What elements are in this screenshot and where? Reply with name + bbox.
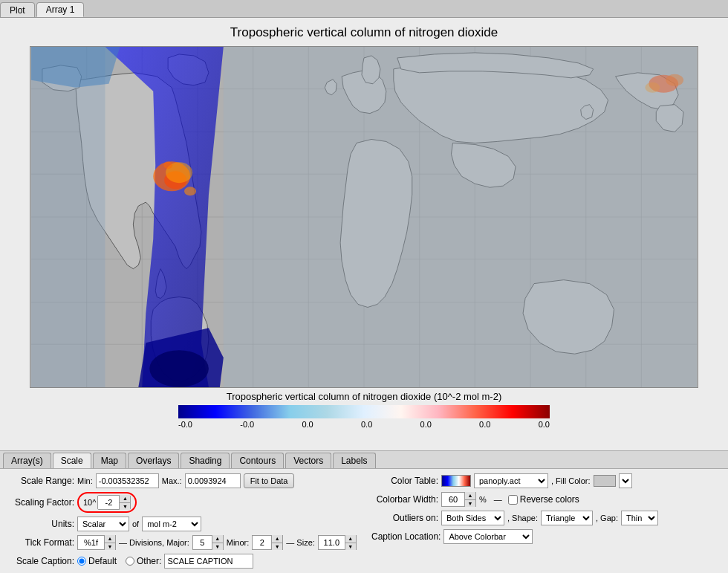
map-container — [30, 46, 698, 388]
top-tab-bar: Plot Array 1 — [0, 0, 728, 18]
panel-tab-bar: Array(s) Scale Map Overlays Shading Cont… — [0, 451, 728, 469]
major-input[interactable] — [193, 536, 212, 549]
colorbar-title: Tropospheric vertical column of nitrogen… — [227, 391, 502, 402]
color-table-label: Color Table: — [371, 476, 438, 486]
tab-labels[interactable]: Labels — [333, 453, 375, 468]
colorbar-wrap: -0.0 -0.0 0.0 0.0 0.0 0.0 0.0 — [178, 405, 550, 429]
tick-format-up[interactable]: ▲ — [105, 535, 115, 543]
scale-range-label: Scale Range: — [7, 476, 74, 486]
tick-format-input[interactable] — [78, 536, 104, 549]
size-spinner[interactable]: ▲ ▼ — [318, 535, 357, 550]
fit-to-data-button[interactable]: Fit to Data — [244, 473, 295, 488]
sf-exp-spinner[interactable]: ▲ ▼ — [97, 495, 131, 510]
colorbar-swatch — [441, 475, 471, 487]
tick-format-label: Tick Format: — [7, 537, 74, 548]
colorbar-width-spinner[interactable]: ▲ ▼ — [441, 492, 476, 507]
colorbar-width-label: Colorbar Width: — [371, 494, 438, 505]
colorbar-section: Tropospheric vertical column of nitrogen… — [30, 391, 698, 429]
size-down[interactable]: ▼ — [345, 543, 356, 551]
minor-label: Minor: — [227, 538, 250, 547]
minor-spinner[interactable]: ▲ ▼ — [252, 535, 283, 550]
tick-format-spinner[interactable]: ▲ ▼ — [77, 535, 116, 550]
major-spinner[interactable]: ▲ ▼ — [192, 535, 224, 550]
colorbar-width-input[interactable] — [442, 493, 464, 506]
gap-label: , Gap: — [596, 514, 618, 522]
default-radio-label: Default — [77, 556, 117, 566]
tick-format-down[interactable]: ▼ — [105, 543, 115, 551]
fill-color-label: , Fill Color: — [551, 476, 591, 485]
controls-panel: Scale Range: Min: Max.: Fit to Data Scal… — [0, 469, 728, 573]
colorbar — [178, 405, 550, 418]
max-label: Max.: — [162, 476, 182, 485]
sf-exp-input[interactable] — [98, 496, 119, 509]
units-type-select[interactable]: Scalar — [77, 517, 129, 531]
svg-point-23 — [163, 161, 172, 169]
gap-select[interactable]: Thin Normal Wide — [621, 511, 658, 525]
percent-label: % — [479, 495, 487, 504]
minor-input[interactable] — [253, 536, 271, 549]
divisions-label: — Divisions, Major: — [119, 538, 189, 547]
other-radio[interactable] — [126, 557, 134, 566]
max-input[interactable] — [185, 473, 241, 488]
units-row: Units: Scalar of mol m-2 — [7, 517, 357, 531]
reverse-colors-checkbox[interactable] — [508, 495, 518, 505]
scale-range-row: Scale Range: Min: Max.: Fit to Data — [7, 473, 357, 488]
sf-up-button[interactable]: ▲ — [120, 495, 130, 503]
major-up[interactable]: ▲ — [212, 535, 223, 543]
main-window: Plot Array 1 Tropospheric vertical colum… — [0, 0, 728, 573]
scaling-factor-label: Scaling Factor: — [7, 497, 74, 508]
caption-location-label: Caption Location: — [371, 531, 441, 542]
sf-spinner-buttons: ▲ ▼ — [119, 495, 130, 510]
tab-array1[interactable]: Array 1 — [36, 2, 85, 17]
cw-up[interactable]: ▲ — [465, 492, 475, 500]
size-input[interactable] — [319, 536, 345, 549]
sf-down-button[interactable]: ▼ — [120, 503, 130, 511]
outliers-label: Outliers on: — [371, 513, 438, 523]
shape-label: , Shape: — [507, 514, 538, 522]
shape-select[interactable]: Triangle Arrow — [541, 511, 593, 525]
scale-caption-row: Scale Caption: Default Other: — [7, 554, 357, 569]
tab-arrays[interactable]: Array(s) — [3, 453, 51, 468]
tab-shading[interactable]: Shading — [181, 453, 230, 468]
tab-vectors[interactable]: Vectors — [285, 453, 331, 468]
min-label: Min: — [77, 476, 93, 485]
caption-input[interactable] — [164, 554, 253, 569]
tick-format-row: Tick Format: ▲ ▼ — Divisions, Major: ▲ — [7, 535, 357, 550]
plot-title: Tropospheric vertical column of nitrogen… — [230, 25, 498, 40]
size-label: — Size: — [286, 538, 315, 547]
reverse-colors-label: Reverse colors — [508, 494, 579, 505]
cw-down[interactable]: ▼ — [465, 500, 475, 508]
minor-down[interactable]: ▼ — [272, 543, 282, 551]
fill-color-select[interactable] — [619, 473, 632, 488]
minor-up[interactable]: ▲ — [272, 535, 282, 543]
outliers-select[interactable]: Both Sides Low Side High Side Neither — [441, 511, 504, 525]
fill-color-swatch — [594, 475, 616, 487]
units-value-select[interactable]: mol m-2 — [142, 517, 201, 531]
svg-point-24 — [149, 350, 209, 387]
other-radio-label: Other: — [126, 556, 161, 566]
outliers-row: Outliers on: Both Sides Low Side High Si… — [371, 511, 721, 525]
units-label: Units: — [7, 519, 74, 529]
svg-point-22 — [184, 187, 196, 195]
caption-location-row: Caption Location: Above Colorbar Below C… — [371, 529, 721, 544]
sf-base: 10^ — [83, 498, 96, 507]
scaling-factor-row: Scaling Factor: 10^ ▲ ▼ — [7, 492, 357, 513]
colorbar-width-row: Colorbar Width: ▲ ▼ % — Reverse colors — [371, 492, 721, 507]
separator-dash: — — [494, 495, 502, 504]
min-input[interactable] — [96, 473, 159, 488]
tab-scale[interactable]: Scale — [53, 453, 91, 468]
scale-caption-label: Scale Caption: — [7, 556, 74, 566]
color-table-select[interactable]: panoply.act — [474, 473, 548, 488]
color-table-row: Color Table: panoply.act , Fill Color: — [371, 473, 721, 488]
default-radio[interactable] — [77, 557, 86, 566]
major-down[interactable]: ▼ — [212, 543, 223, 551]
bottom-panel: Array(s) Scale Map Overlays Shading Cont… — [0, 450, 728, 573]
tab-map[interactable]: Map — [93, 453, 126, 468]
tab-overlays[interactable]: Overlays — [128, 453, 179, 468]
tab-contours[interactable]: Contours — [231, 453, 284, 468]
plot-area: Tropospheric vertical column of nitrogen… — [0, 18, 728, 450]
tab-plot[interactable]: Plot — [0, 2, 35, 17]
caption-location-select[interactable]: Above Colorbar Below Colorbar — [443, 529, 533, 544]
size-up[interactable]: ▲ — [345, 535, 356, 543]
other-label: Other: — [137, 556, 161, 566]
